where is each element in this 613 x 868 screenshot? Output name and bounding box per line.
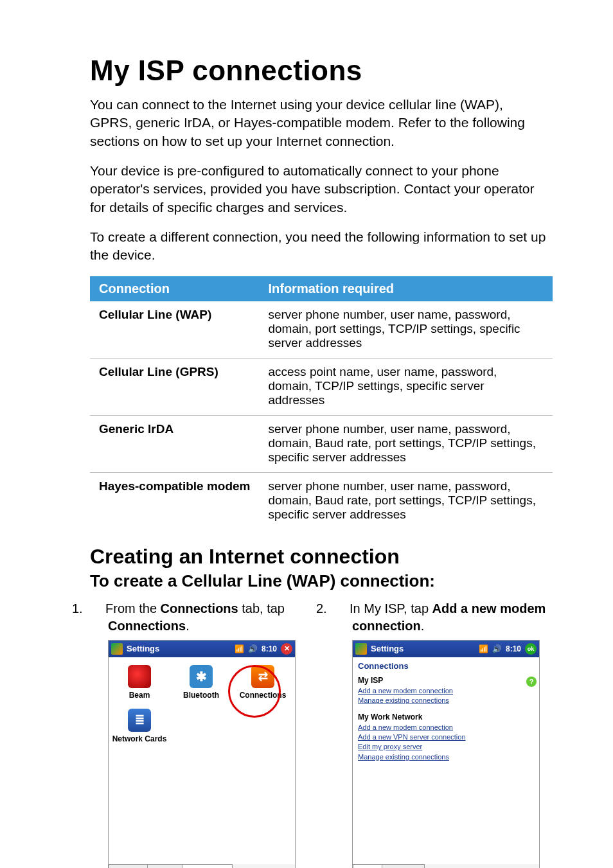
icon-label: Connections <box>240 691 287 700</box>
conn-info: server phone number, user name, password… <box>259 415 553 472</box>
icon-bluetooth[interactable]: ✱ Bluetooth <box>170 662 232 706</box>
link-edit-proxy[interactable]: Edit my proxy server <box>358 742 534 752</box>
screenshot-settings-icons: Settings 📶 🔊 8:10 ✕ Beam <box>108 640 296 868</box>
conn-name: Generic IrDA <box>90 415 259 472</box>
intro-para-2: Your device is pre-configured to automat… <box>90 162 546 217</box>
tab-connections[interactable]: Connections <box>182 864 233 868</box>
tab-bar: Personal System Connections <box>109 864 295 868</box>
section-subtitle: Creating an Internet connection <box>90 545 555 569</box>
table-header-info: Information required <box>259 276 553 301</box>
conn-info: server phone number, user name, password… <box>259 472 553 529</box>
table-row: Generic IrDA server phone number, user n… <box>90 415 553 472</box>
clock: 8:10 <box>262 644 277 653</box>
close-icon[interactable]: ✕ <box>281 643 292 655</box>
conn-info: access point name, user name, password, … <box>259 358 553 415</box>
step-number: 2. <box>334 600 350 617</box>
intro-para-1: You can connect to the Internet using yo… <box>90 96 546 150</box>
step-number: 1. <box>90 600 105 617</box>
group-my-work-network: My Work Network Add a new modem connecti… <box>353 711 539 768</box>
step-1-text: 1.From the Connections tab, tap Connecti… <box>90 600 308 635</box>
tab-personal[interactable]: Personal <box>109 864 148 868</box>
conn-name: Cellular Line (WAP) <box>90 301 259 359</box>
network-cards-icon: ≣ <box>128 709 151 732</box>
ok-icon[interactable]: ok <box>525 643 537 655</box>
link-add-modem-isp[interactable]: Add a new modem connection <box>358 686 534 696</box>
conn-name: Cellular Line (GPRS) <box>90 358 259 415</box>
link-manage-isp[interactable]: Manage existing connections <box>358 696 534 705</box>
signal-icon: 📶 <box>479 644 488 653</box>
conn-name: Hayes-compatible modem <box>90 472 259 529</box>
titlebar: Settings 📶 🔊 8:10 ✕ <box>109 641 295 657</box>
tab-bar: Tasks Advanced <box>353 864 539 868</box>
step-2-text: 2.In My ISP, tap Add a new modem connect… <box>334 600 553 635</box>
icon-connections[interactable]: ⇄ Connections <box>232 662 294 706</box>
beam-icon <box>128 665 151 688</box>
icon-network-cards[interactable]: ≣ Network Cards <box>109 706 170 750</box>
start-flag-icon[interactable] <box>111 643 123 655</box>
table-row: Hayes-compatible modem server phone numb… <box>90 472 553 529</box>
tab-system[interactable]: System <box>147 864 182 868</box>
link-add-vpn-work[interactable]: Add a new VPN server connection <box>358 732 534 742</box>
icon-label: Network Cards <box>112 734 167 743</box>
speaker-icon: 🔊 <box>492 644 502 653</box>
group-title: My ISP <box>358 676 534 685</box>
group-my-isp: My ISP Add a new modem connection Manage… <box>353 675 539 711</box>
procedure-title: To create a Cellular Line (WAP) connecti… <box>90 571 555 591</box>
window-title: Settings <box>371 644 404 653</box>
start-flag-icon[interactable] <box>355 643 367 655</box>
icon-label: Bluetooth <box>183 691 219 700</box>
table-header-connection: Connection <box>90 276 259 301</box>
intro-para-3: To create a different connection, you ne… <box>90 228 546 265</box>
bluetooth-icon: ✱ <box>190 665 213 688</box>
help-icon[interactable]: ? <box>526 677 537 687</box>
connections-table: Connection Information required Cellular… <box>90 276 553 529</box>
table-row: Cellular Line (GPRS) access point name, … <box>90 358 553 415</box>
clock: 8:10 <box>506 644 521 653</box>
conn-info: server phone number, user name, password… <box>259 301 553 359</box>
table-row: Cellular Line (WAP) server phone number,… <box>90 301 553 359</box>
icon-label: Beam <box>129 691 150 700</box>
window-title: Settings <box>127 644 159 653</box>
page-header: Connections <box>353 657 539 675</box>
signal-icon: 📶 <box>235 644 244 653</box>
page-title: My ISP connections <box>90 55 555 87</box>
icon-beam[interactable]: Beam <box>109 662 170 706</box>
group-title: My Work Network <box>358 713 534 722</box>
screenshot-connections-tasks: Settings 📶 🔊 8:10 ok Connections ? My IS… <box>352 640 540 868</box>
link-add-modem-work[interactable]: Add a new modem connection <box>358 723 534 732</box>
tab-advanced[interactable]: Advanced <box>382 864 425 868</box>
tab-tasks[interactable]: Tasks <box>353 864 382 868</box>
speaker-icon: 🔊 <box>248 644 258 653</box>
connections-icon: ⇄ <box>251 665 274 688</box>
titlebar: Settings 📶 🔊 8:10 ok <box>353 641 539 657</box>
link-manage-work[interactable]: Manage existing connections <box>358 752 534 762</box>
